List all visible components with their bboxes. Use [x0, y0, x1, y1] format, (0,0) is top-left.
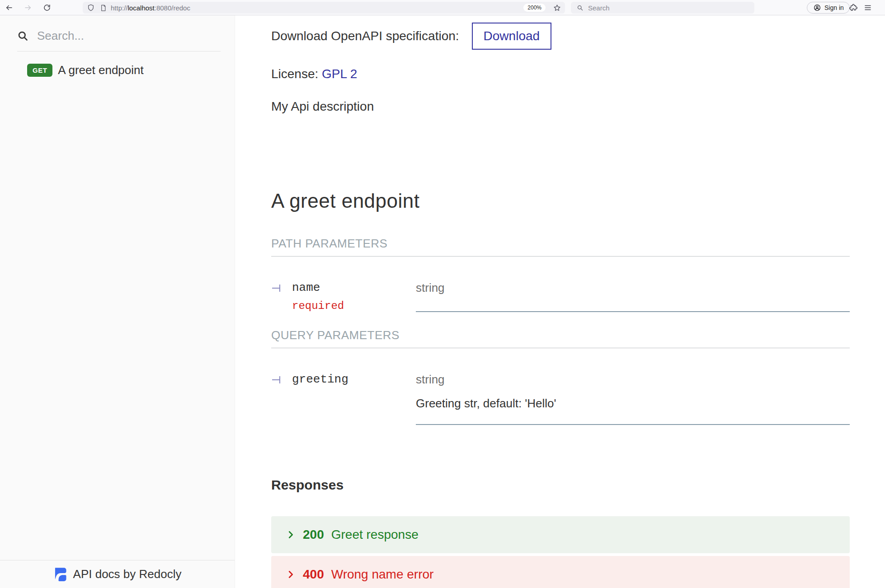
shield-icon[interactable]: [86, 3, 95, 12]
url-bar[interactable]: http://localhost:8080/redoc 200%: [83, 2, 565, 14]
license-label: License:: [271, 67, 318, 81]
response-code: 200: [303, 527, 324, 542]
docs-search-icon: [17, 30, 29, 42]
param-required-flag: required: [292, 300, 344, 312]
response-code: 400: [303, 567, 324, 582]
download-row: Download OpenAPI specification: Download: [271, 23, 850, 50]
redocly-footer[interactable]: API docs by Redocly: [0, 560, 235, 588]
download-button[interactable]: Download: [472, 23, 552, 50]
account-icon: [813, 3, 822, 12]
path-parameters-header: PATH PARAMETERS: [271, 237, 850, 257]
response-400-toggle[interactable]: 400 Wrong name error: [271, 556, 850, 588]
zoom-level-badge[interactable]: 200%: [523, 4, 546, 12]
http-method-badge: GET: [27, 64, 52, 77]
hamburger-menu-icon[interactable]: [863, 3, 872, 12]
license-row: License: GPL 2: [271, 67, 850, 81]
sign-in-label: Sign in: [824, 4, 844, 11]
browser-search-placeholder: Search: [588, 4, 610, 12]
response-label: Wrong name error: [331, 567, 434, 582]
page-icon[interactable]: [99, 3, 108, 12]
query-parameters-header: QUERY PARAMETERS: [271, 328, 850, 348]
sidebar: GET A greet endpoint API docs by Redocly: [0, 15, 235, 588]
api-doc-content: Download OpenAPI specification: Download…: [235, 15, 885, 588]
response-200-toggle[interactable]: 200 Greet response: [271, 516, 850, 553]
search-icon: [575, 3, 584, 12]
chevron-right-icon: [286, 530, 296, 540]
bookmark-star-icon[interactable]: [552, 3, 561, 12]
license-link[interactable]: GPL 2: [322, 67, 357, 81]
tree-connector-icon: [271, 282, 283, 294]
param-name-cell: greeting: [271, 373, 416, 425]
browser-search-bar[interactable]: Search: [571, 2, 754, 14]
param-name-cell: name required: [271, 281, 416, 312]
param-detail-cell: string Greeting str, default: 'Hello': [416, 373, 850, 425]
param-name: greeting: [292, 373, 348, 386]
docs-search[interactable]: [17, 29, 221, 51]
sign-in-button[interactable]: Sign in: [807, 2, 850, 14]
endpoint-title: A greet endpoint: [271, 190, 850, 212]
sidebar-item-label: A greet endpoint: [58, 63, 143, 77]
param-row-greeting: greeting string Greeting str, default: '…: [271, 373, 850, 425]
chevron-right-icon: [286, 569, 296, 579]
api-description: My Api description: [271, 99, 850, 114]
redocly-footer-label: API docs by Redocly: [73, 567, 182, 581]
param-description: Greeting str, default: 'Hello': [416, 397, 850, 411]
download-spec-label: Download OpenAPI specification:: [271, 29, 459, 43]
url-text[interactable]: http://localhost:8080/redoc: [111, 4, 520, 12]
param-row-name: name required string: [271, 281, 850, 312]
param-name: name: [292, 281, 344, 294]
param-detail-cell: string: [416, 281, 850, 312]
response-label: Greet response: [331, 527, 419, 542]
extensions-icon[interactable]: [849, 3, 858, 12]
back-icon[interactable]: [5, 3, 14, 12]
sidebar-item-greet-endpoint[interactable]: GET A greet endpoint: [27, 63, 226, 77]
responses-header: Responses: [271, 477, 850, 493]
param-type: string: [416, 373, 850, 387]
browser-toolbar: http://localhost:8080/redoc 200% Search …: [0, 0, 885, 15]
reload-icon[interactable]: [42, 3, 52, 12]
redocly-logo-icon: [53, 567, 67, 582]
param-type: string: [416, 281, 850, 295]
docs-search-input[interactable]: [37, 29, 200, 43]
tree-connector-icon: [271, 374, 283, 386]
forward-icon[interactable]: [24, 3, 33, 12]
